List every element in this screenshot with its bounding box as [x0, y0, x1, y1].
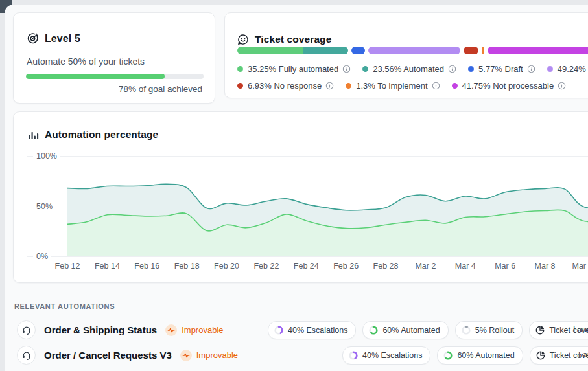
metric-pill-5-rollout[interactable]: 5% Rollout [455, 321, 523, 339]
improvable-label: Improvable [196, 350, 238, 360]
coverage-segment-draft[interactable] [351, 47, 365, 54]
metric-pill-60-automated[interactable]: 60% Automated [437, 346, 523, 365]
legend-label: 49.24% Escalated [558, 64, 588, 74]
coverage-segment-escalated[interactable] [368, 47, 460, 54]
info-icon[interactable] [342, 65, 351, 73]
progress-ring-icon [369, 326, 378, 335]
progress-ring-icon [274, 326, 283, 335]
automation-pill-row: 40% Escalations60% Automated5% RolloutTi… [268, 321, 588, 339]
metric-pill-40-escalations[interactable]: 40% Escalations [342, 346, 430, 365]
coverage-legend-row-1: 35.25% Fully automated23.56% Automated5.… [237, 64, 588, 74]
pill-label: 40% Escalations [362, 351, 422, 360]
launched-status-label: Launched [578, 350, 588, 359]
automation-chart-card: Automation percentage 100%50%0%Feb 12Feb… [13, 111, 588, 283]
chat-smiley-icon [237, 34, 249, 45]
level-subtitle: Automate 50% of your tickets [27, 56, 145, 67]
coverage-segment-not-processable[interactable] [488, 47, 588, 54]
legend-item: 41.75% Not processable [452, 81, 567, 91]
level-card: Level 5 Automate 50% of your tickets 78%… [13, 12, 215, 104]
legend-label: 6.93% No response [248, 81, 322, 91]
metric-pill-60-automated[interactable]: 60% Automated [362, 321, 448, 339]
pie-chart-icon [536, 351, 545, 360]
legend-item: 35.25% Fully automated [237, 64, 351, 74]
progress-ring-icon [462, 326, 471, 335]
pulse-icon [180, 350, 192, 361]
pie-chart-icon [535, 326, 545, 335]
automation-pill-row: 40% Escalations60% AutomatedTicket cover… [342, 346, 588, 365]
pill-label: 5% Rollout [475, 326, 514, 335]
legend-dot [452, 83, 458, 89]
info-icon[interactable] [527, 65, 535, 73]
progress-ring-icon [443, 351, 453, 360]
automation-avatar [17, 320, 36, 339]
level-title: Level 5 [45, 33, 80, 45]
pulse-icon [165, 324, 177, 336]
automation-avatar [17, 346, 36, 365]
coverage-legend-row-2: 6.93% No response1.3% To implement41.75%… [237, 81, 566, 91]
automation-name[interactable]: Order & Shipping Status [44, 324, 157, 335]
pill-label: 40% Escalations [288, 326, 347, 335]
legend-label: 5.77% Draft [478, 64, 523, 74]
legend-item: 23.56% Automated [362, 64, 456, 74]
relevant-automations-header: RELEVANT AUTOMATIONS [14, 302, 115, 310]
coverage-segment-automated[interactable] [303, 47, 348, 54]
automation-chart-plot[interactable]: 100%50%0%Feb 12Feb 14Feb 16Feb 18Feb 20F… [14, 112, 588, 282]
pill-label: 60% Automated [457, 351, 514, 360]
progress-ring-icon [349, 351, 358, 360]
improvable-badge: Improvable [165, 324, 223, 336]
ticket-coverage-card: Ticket coverage 35.25% Fully automated23… [224, 12, 588, 98]
legend-dot [346, 83, 351, 89]
improvable-label: Improvable [182, 325, 223, 335]
goal-target-icon [27, 32, 39, 45]
improvable-badge: Improvable [180, 350, 238, 361]
coverage-segment-fully-automated[interactable] [237, 47, 303, 54]
legend-label: 41.75% Not processable [462, 81, 554, 91]
automation-row[interactable]: Order & Shipping StatusImprovable [17, 320, 224, 339]
goal-progress-fill [26, 74, 165, 79]
coverage-segment-no-response[interactable] [464, 47, 478, 54]
legend-dot [547, 66, 553, 72]
legend-item: 6.93% No response [237, 81, 334, 91]
goal-progress-bar [26, 74, 204, 79]
legend-item: 5.77% Draft [468, 64, 535, 74]
legend-dot [362, 66, 368, 72]
coverage-segment-to-implement[interactable] [482, 47, 484, 54]
legend-item: 1.3% To implement [346, 81, 440, 91]
info-icon[interactable] [432, 82, 440, 90]
dashboard-screen: Level 5 Automate 50% of your tickets 78%… [0, 0, 588, 371]
headset-icon [21, 350, 32, 361]
automation-name[interactable]: Order / Cancel Requests V3 [44, 350, 172, 361]
legend-dot [237, 83, 243, 89]
legend-dot [237, 66, 243, 72]
launched-status-label: Launched [573, 325, 588, 334]
automation-row[interactable]: Order / Cancel Requests V3Improvable [17, 346, 238, 365]
info-icon[interactable] [448, 65, 456, 73]
metric-pill-40-escalations[interactable]: 40% Escalations [268, 321, 356, 339]
legend-label: 23.56% Automated [373, 64, 444, 74]
pill-label: 60% Automated [382, 326, 440, 335]
chart-area-svg [14, 112, 588, 283]
legend-label: 1.3% To implement [356, 81, 427, 91]
info-icon[interactable] [325, 82, 334, 90]
info-icon[interactable] [558, 82, 566, 90]
headset-icon [21, 325, 32, 335]
coverage-segmented-bar [237, 47, 588, 54]
ticket-coverage-title: Ticket coverage [255, 34, 331, 45]
goal-progress-label: 78% of goal achieved [40, 84, 202, 94]
legend-item: 49.24% Escalated [547, 64, 588, 74]
legend-dot [468, 66, 474, 72]
legend-label: 35.25% Fully automated [248, 64, 338, 74]
